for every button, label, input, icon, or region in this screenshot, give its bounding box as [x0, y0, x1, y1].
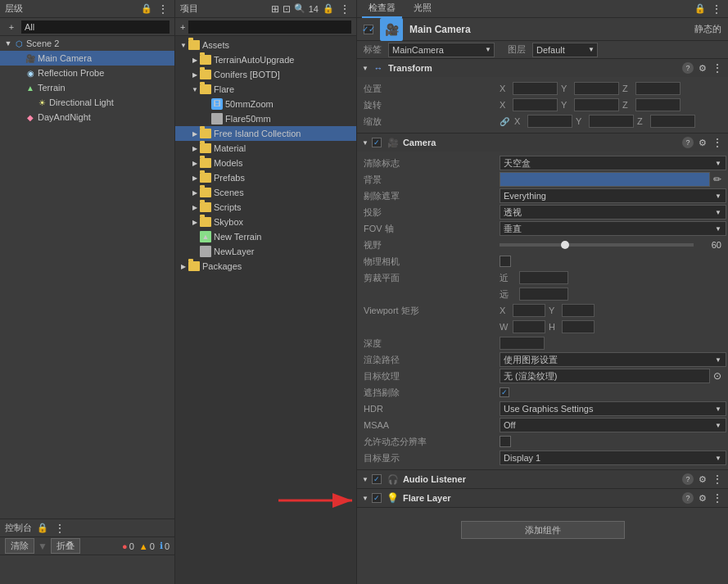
project-lock-btn[interactable]: 🔒 — [322, 2, 335, 16]
asset-item-conifers[interactable]: ▶ Conifers [BOTD] — [175, 67, 356, 82]
camera-enable-check[interactable] — [372, 138, 382, 147]
scale-z-input[interactable]: 1 — [650, 115, 695, 128]
project-add-btn[interactable]: + — [180, 22, 185, 32]
asset-item-newterrain[interactable]: ▲ New Terrain — [175, 229, 356, 244]
hdr-select[interactable]: Use Graphics Settings — [500, 401, 726, 416]
console-clear-btn[interactable]: 清除 — [5, 538, 34, 554]
pos-z-input[interactable]: 689.42 — [635, 82, 681, 95]
project-icon-btn2[interactable]: ⊡ — [283, 3, 291, 15]
inspector-menu-btn[interactable]: ⋮ — [710, 2, 723, 16]
vp-w-input[interactable]: 1 — [513, 320, 545, 333]
transform-gear-btn[interactable]: ⚙ — [697, 62, 708, 74]
clearflags-dropdown[interactable]: 天空盒 ▼ — [500, 156, 721, 170]
pos-x-input[interactable]: 1631.3 — [513, 82, 558, 95]
tab-lighting[interactable]: 光照 — [407, 0, 438, 18]
asset-item-flare50mm[interactable]: Flare50mm — [175, 111, 356, 126]
asset-item-packages[interactable]: ▶ Packages — [175, 259, 356, 274]
scale-x-input[interactable]: 1 — [527, 115, 572, 128]
camera-menu-btn[interactable]: ⋮ — [712, 136, 723, 149]
tag-value[interactable]: MainCamera — [388, 43, 495, 57]
scale-y-input[interactable]: 1 — [589, 115, 634, 128]
clearflags-select[interactable]: 天空盒 — [500, 156, 726, 170]
asset-item-skybox[interactable]: ▶ Skybox — [175, 215, 356, 229]
fovaxis-select[interactable]: 垂直 — [500, 221, 726, 236]
physicalcamera-checkbox[interactable] — [500, 256, 511, 267]
tree-item-dayandnight[interactable]: ◆ DayAndNight — [0, 110, 174, 124]
targetdisplay-dropdown[interactable]: Display 1 ▼ — [500, 450, 721, 465]
project-menu-btn[interactable]: ⋮ — [338, 2, 351, 16]
tree-item-maincamera[interactable]: 🎥 Main Camera — [0, 51, 174, 66]
object-enabled-checkbox[interactable]: ✓ — [364, 25, 373, 34]
audiolistener-header[interactable]: ▼ 🎧 Audio Listener ? ⚙ ⋮ — [357, 470, 728, 488]
rot-x-input[interactable]: 0 — [513, 98, 558, 111]
tab-inspector[interactable]: 检查器 — [362, 0, 402, 18]
asset-item-scenes[interactable]: ▶ Scenes — [175, 185, 356, 200]
tree-item-scene2[interactable]: ▼ ⬡ Scene 2 — [0, 36, 174, 51]
asset-item-models[interactable]: ▶ Models — [175, 156, 356, 170]
audiolistener-menu-btn[interactable]: ⋮ — [712, 473, 723, 486]
flarelayer-enable[interactable] — [372, 493, 382, 503]
hdr-dropdown[interactable]: Use Graphics Settings ▼ — [500, 401, 721, 416]
transform-menu-btn[interactable]: ⋮ — [712, 61, 723, 75]
renderpath-dropdown[interactable]: 使用图形设置 ▼ — [500, 352, 721, 367]
depth-input[interactable]: -1 — [500, 337, 545, 350]
fovaxis-dropdown[interactable]: 垂直 ▼ — [500, 221, 721, 236]
asset-item-terrainauto[interactable]: ▶ TerrainAutoUpgrade — [175, 52, 356, 67]
vp-y-input[interactable]: 0 — [562, 304, 595, 317]
cullingmask-select[interactable]: Everything — [500, 188, 726, 203]
fov-slider[interactable] — [500, 243, 694, 247]
tree-item-directionallight[interactable]: ☀ Directional Light — [0, 95, 174, 110]
near-input[interactable]: 0.3 — [519, 271, 568, 284]
rot-z-input[interactable]: 0 — [635, 98, 681, 111]
audiolistener-enable[interactable] — [372, 474, 382, 484]
asset-item-material[interactable]: ▶ Material — [175, 141, 356, 156]
targetdisplay-select[interactable]: Display 1 — [500, 450, 726, 465]
hierarchy-lock-btn[interactable]: 🔒 — [140, 2, 153, 16]
cullingmask-dropdown[interactable]: Everything ▼ — [500, 188, 721, 203]
console-menu-btn[interactable]: ⋮ — [53, 522, 66, 535]
rot-y-input[interactable]: 0 — [574, 98, 619, 111]
inspector-lock-btn[interactable]: 🔒 — [694, 2, 707, 16]
hierarchy-menu-btn[interactable]: ⋮ — [156, 2, 170, 16]
asset-item-newlayer[interactable]: NewLayer — [175, 244, 356, 259]
console-lock-btn[interactable]: 🔒 — [37, 522, 48, 535]
asset-item-flare[interactable]: ▼ Flare — [175, 82, 356, 97]
flarelayer-help-btn[interactable]: ? — [682, 492, 694, 504]
camera-header[interactable]: ▼ 🎥 Camera ? ⚙ ⋮ — [357, 134, 728, 152]
occlusion-checkbox[interactable] — [500, 387, 509, 397]
hierarchy-add-btn[interactable]: + — [5, 20, 18, 34]
tag-dropdown[interactable]: MainCamera ▼ — [388, 43, 495, 57]
camera-gear-btn[interactable]: ⚙ — [697, 137, 708, 148]
tree-item-reflectionprobe[interactable]: ◉ Reflection Probe — [0, 66, 174, 80]
asset-item-assets[interactable]: ▼ Assets — [175, 38, 356, 52]
camera-help-btn[interactable]: ? — [682, 137, 694, 148]
targettexture-pick-btn[interactable]: ⊙ — [713, 370, 721, 382]
tree-item-terrain[interactable]: ▲ Terrain — [0, 80, 174, 95]
background-color-pick-btn[interactable]: ✏ — [713, 174, 721, 185]
transform-header[interactable]: ▼ ↔ Transform ? ⚙ ⋮ — [357, 59, 728, 77]
hierarchy-search-input[interactable] — [21, 20, 170, 34]
flarelayer-menu-btn[interactable]: ⋮ — [712, 491, 723, 505]
audiolistener-gear-btn[interactable]: ⚙ — [697, 473, 708, 485]
flarelayer-gear-btn[interactable]: ⚙ — [697, 492, 708, 504]
add-component-btn[interactable]: 添加组件 — [461, 521, 625, 539]
asset-item-freeisland[interactable]: ▶ Free Island Collection — [175, 126, 356, 141]
asset-item-scripts[interactable]: ▶ Scripts — [175, 200, 356, 215]
project-icon-btn1[interactable]: ⊞ — [271, 3, 279, 15]
pos-y-input[interactable]: 248.8 — [574, 82, 619, 95]
background-color-swatch[interactable] — [500, 172, 710, 187]
asset-item-50mmzoom[interactable]: 🎞 50mmZoom — [175, 97, 356, 111]
console-collapse-btn[interactable]: 折叠 — [51, 538, 80, 554]
dynamicres-checkbox[interactable] — [500, 436, 511, 447]
transform-help-btn[interactable]: ? — [682, 62, 694, 74]
renderpath-select[interactable]: 使用图形设置 — [500, 352, 726, 367]
layer-value[interactable]: Default — [532, 43, 598, 57]
msaa-dropdown[interactable]: Off ▼ — [500, 418, 721, 432]
projection-dropdown[interactable]: 透视 ▼ — [500, 205, 721, 220]
vp-h-input[interactable]: 1 — [562, 320, 595, 333]
flarelayer-header[interactable]: ▼ 💡 Flare Layer ? ⚙ ⋮ — [357, 489, 728, 507]
vp-x-input[interactable]: 0 — [513, 304, 545, 317]
asset-item-prefabs[interactable]: ▶ Prefabs — [175, 170, 356, 185]
projection-select[interactable]: 透视 — [500, 205, 726, 220]
project-search-input[interactable] — [188, 20, 351, 34]
